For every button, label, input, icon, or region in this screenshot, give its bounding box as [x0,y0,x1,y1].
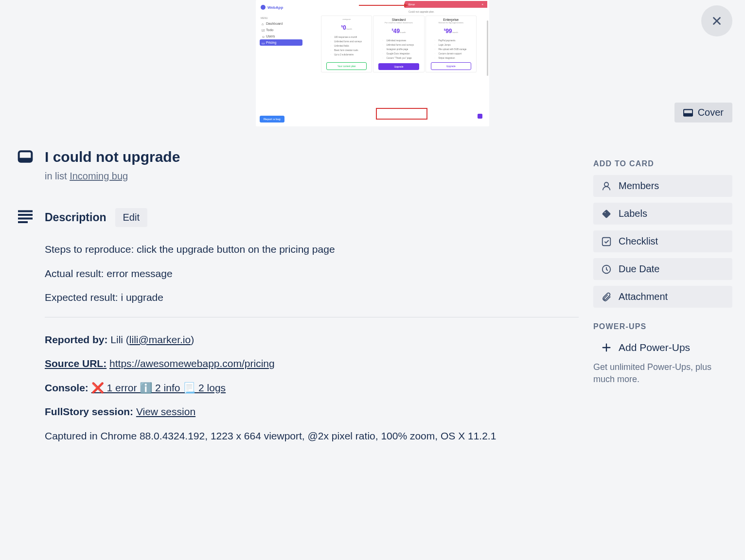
svg-rect-5 [18,214,33,216]
svg-rect-3 [19,158,32,162]
cover-button[interactable]: Cover [674,103,732,122]
clock-icon [601,264,612,275]
members-button[interactable]: Members [593,175,732,197]
cover-icon [683,109,693,117]
svg-rect-1 [683,113,692,116]
description-heading: Description [45,211,106,224]
desc-console: Console: ❌ 1 error ℹ️ 2 info 📃 2 logs [45,380,579,396]
add-to-card-heading: ADD TO CARD [593,159,732,168]
close-card-button[interactable] [701,5,732,36]
attachment-icon [601,292,612,302]
svg-rect-6 [18,218,33,220]
desc-steps: Steps to reproduce: click the upgrade bu… [45,242,579,257]
svg-rect-10 [603,237,611,245]
ss-annotation-rect [376,108,427,120]
ss-report-bug: Report a bug [260,116,284,122]
card-cover-area: WebApp MENU ⌂Dashboard ☑Todo ☺Users ▭Pri… [0,0,745,128]
card-sidebar: ADD TO CARD Members Labels Checklist Due… [593,140,732,452]
ss-plan: Standard For small to medium businesses … [373,16,424,72]
desc-fullstory: FullStory session: View session [45,404,579,420]
labels-button[interactable]: Labels [593,203,732,225]
desc-divider [45,317,579,317]
add-powerups-button[interactable]: Add Power-Ups [593,338,732,357]
desc-captured: Captured in Chrome 88.0.4324.192, 1223 x… [45,428,579,444]
fullstory-session-link[interactable]: View session [136,406,195,417]
description-icon [18,208,33,224]
desc-source-url: Source URL: https://awesomewebapp.com/pr… [45,356,579,371]
ss-logo: WebApp [260,4,302,11]
card-list-location: in list Incoming bug [45,171,180,182]
ss-pricing-plans: everyone $0/month 100 responses a monthU… [321,16,477,72]
ss-annotation-arrow [359,5,408,6]
list-link[interactable]: Incoming bug [70,171,128,181]
reporter-email-link[interactable]: lili@marker.io [129,334,191,345]
svg-rect-4 [18,210,33,212]
card-main-column: I could not upgrade in list Incoming bug… [18,140,579,452]
svg-point-9 [604,211,606,213]
attachment-screenshot[interactable]: WebApp MENU ⌂Dashboard ☑Todo ☺Users ▭Pri… [256,0,489,126]
card-title[interactable]: I could not upgrade [45,149,180,165]
ss-error-toast: Error× [405,1,487,8]
edit-description-button[interactable]: Edit [115,208,147,227]
attachment-button[interactable]: Attachment [593,286,732,308]
card-icon [18,149,33,166]
checklist-button[interactable]: Checklist [593,230,732,252]
plus-icon [601,342,612,353]
console-link[interactable]: ❌ 1 error ℹ️ 2 info 📃 2 logs [91,382,226,393]
checklist-icon [601,236,612,247]
svg-rect-7 [18,221,28,223]
ss-plan: everyone $0/month 100 responses a monthU… [321,16,372,72]
svg-point-8 [604,182,608,186]
powerups-tagline: Get unlimited Power-Ups, plus much more. [593,357,732,385]
description-content[interactable]: Steps to reproduce: click the upgrade bu… [45,242,579,443]
ss-plan: Enterprise Solution for big organization… [426,16,477,72]
desc-actual: Actual result: error message [45,266,579,281]
source-url-link[interactable]: https://awesomewebapp.com/pricing [109,358,275,369]
members-icon [601,181,612,192]
due-date-button[interactable]: Due Date [593,258,732,280]
desc-expected: Expected result: i upgrade [45,290,579,305]
desc-reported-by: Reported by: Lili (lili@marker.io) [45,332,579,348]
labels-icon [601,209,612,219]
powerups-heading: POWER-UPS [593,322,732,331]
